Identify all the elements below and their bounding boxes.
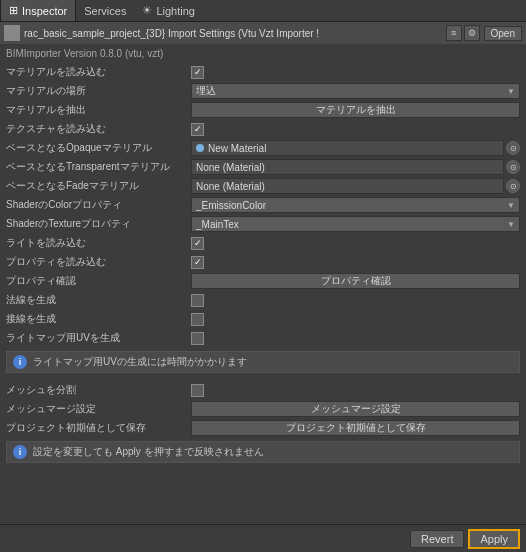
info-icon-1: i — [13, 355, 27, 369]
table-row: プロパティを読み込む — [6, 253, 520, 271]
row-label: メッシュを分割 — [6, 383, 191, 397]
row-label: プロパティ確認 — [6, 274, 191, 288]
footer-bar: Revert Apply — [0, 524, 526, 552]
checkbox[interactable] — [191, 66, 204, 79]
header-bar: rac_basic_sample_project_{3D} Import Set… — [0, 22, 526, 44]
row-value — [191, 123, 520, 136]
checkbox[interactable] — [191, 123, 204, 136]
row-value — [191, 384, 520, 397]
tab-lighting-label: Lighting — [156, 5, 195, 17]
object-dot — [196, 144, 204, 152]
dropdown[interactable]: 埋込▼ — [191, 83, 520, 99]
dropdown[interactable]: _EmissionColor▼ — [191, 197, 520, 213]
table-row: マテリアルを読み込む — [6, 63, 520, 81]
row-label: ベースとなるOpaqueマテリアル — [6, 141, 191, 155]
row-label: プロパティを読み込む — [6, 255, 191, 269]
info-icon-2: i — [13, 445, 27, 459]
checkbox[interactable] — [191, 384, 204, 397]
checkbox[interactable] — [191, 294, 204, 307]
dropdown[interactable]: _MainTex▼ — [191, 216, 520, 232]
row-label: マテリアルの場所 — [6, 84, 191, 98]
row-value: New Material⊙ — [191, 140, 520, 156]
row-value: None (Material)⊙ — [191, 159, 520, 175]
table-row: メッシュを分割 — [6, 381, 520, 399]
action-button[interactable]: メッシュマージ設定 — [191, 401, 520, 417]
action-button[interactable]: マテリアルを抽出 — [191, 102, 520, 118]
row-value — [191, 66, 520, 79]
row-value: 埋込▼ — [191, 83, 520, 99]
revert-button[interactable]: Revert — [410, 530, 464, 548]
row-label: ベースとなるTransparentマテリアル — [6, 160, 191, 174]
header-title: rac_basic_sample_project_{3D} Import Set… — [24, 28, 442, 39]
table-row: プロパティ確認プロパティ確認 — [6, 272, 520, 290]
file-icon — [4, 25, 20, 41]
table-row: 接線を生成 — [6, 310, 520, 328]
table-row: マテリアルの場所埋込▼ — [6, 82, 520, 100]
row-label: テクスチャを読み込む — [6, 122, 191, 136]
apply-button[interactable]: Apply — [468, 529, 520, 549]
rows2-section: メッシュを分割メッシュマージ設定メッシュマージ設定プロジェクト初期値として保存プ… — [6, 381, 520, 437]
object-picker-button[interactable]: ⊙ — [506, 160, 520, 174]
row-value — [191, 313, 520, 326]
row-value: _EmissionColor▼ — [191, 197, 520, 213]
open-button[interactable]: Open — [484, 26, 522, 41]
row-label: ShaderのTextureプロパティ — [6, 217, 191, 231]
tab-bar: ⊞ Inspector Services ☀ Lighting — [0, 0, 526, 22]
info1-text: ライトマップ用UVの生成には時間がかかります — [33, 355, 247, 369]
rows-section: マテリアルを読み込むマテリアルの場所埋込▼マテリアルを抽出マテリアルを抽出テクス… — [6, 63, 520, 347]
object-field: None (Material) — [191, 159, 504, 175]
lighting-icon: ☀ — [142, 4, 152, 17]
object-picker-button[interactable]: ⊙ — [506, 179, 520, 193]
header-actions: ≡ ⚙ — [446, 25, 480, 41]
info2-text: 設定を変更しても Apply を押すまで反映されません — [33, 445, 264, 459]
object-picker-button[interactable]: ⊙ — [506, 141, 520, 155]
row-label: 接線を生成 — [6, 312, 191, 326]
tab-services-label: Services — [84, 5, 126, 17]
table-row: ベースとなるFadeマテリアルNone (Material)⊙ — [6, 177, 520, 195]
inspector-icon: ⊞ — [9, 4, 18, 17]
table-row: ベースとなるOpaqueマテリアルNew Material⊙ — [6, 139, 520, 157]
checkbox[interactable] — [191, 332, 204, 345]
table-row: ShaderのTextureプロパティ_MainTex▼ — [6, 215, 520, 233]
row-value: メッシュマージ設定 — [191, 401, 520, 417]
row-value: None (Material)⊙ — [191, 178, 520, 194]
row-label: ShaderのColorプロパティ — [6, 198, 191, 212]
tab-lighting[interactable]: ☀ Lighting — [134, 0, 203, 21]
checkbox[interactable] — [191, 313, 204, 326]
row-value — [191, 256, 520, 269]
row-value: マテリアルを抽出 — [191, 102, 520, 118]
row-label: ベースとなるFadeマテリアル — [6, 179, 191, 193]
info-box-1: i ライトマップ用UVの生成には時間がかかります — [6, 351, 520, 373]
table-row: プロジェクト初期値として保存プロジェクト初期値として保存 — [6, 419, 520, 437]
table-row: ベースとなるTransparentマテリアルNone (Material)⊙ — [6, 158, 520, 176]
checkbox[interactable] — [191, 256, 204, 269]
row-value — [191, 294, 520, 307]
table-row: ShaderのColorプロパティ_EmissionColor▼ — [6, 196, 520, 214]
row-label: プロジェクト初期値として保存 — [6, 421, 191, 435]
row-value: プロジェクト初期値として保存 — [191, 420, 520, 436]
info-box-2: i 設定を変更しても Apply を押すまで反映されません — [6, 441, 520, 463]
tab-services[interactable]: Services — [76, 0, 134, 21]
table-row: マテリアルを抽出マテリアルを抽出 — [6, 101, 520, 119]
version-label: BIMImporter Version 0.8.0 (vtu, vzt) — [6, 48, 520, 59]
row-label: メッシュマージ設定 — [6, 402, 191, 416]
header-btn-1[interactable]: ≡ — [446, 25, 462, 41]
table-row: ライトマップ用UVを生成 — [6, 329, 520, 347]
row-label: ライトマップ用UVを生成 — [6, 331, 191, 345]
row-label: マテリアルを抽出 — [6, 103, 191, 117]
table-row: ライトを読み込む — [6, 234, 520, 252]
row-value — [191, 332, 520, 345]
action-button[interactable]: プロジェクト初期値として保存 — [191, 420, 520, 436]
row-value: _MainTex▼ — [191, 216, 520, 232]
table-row: 法線を生成 — [6, 291, 520, 309]
header-btn-2[interactable]: ⚙ — [464, 25, 480, 41]
row-value — [191, 237, 520, 250]
object-field: New Material — [191, 140, 504, 156]
object-field: None (Material) — [191, 178, 504, 194]
action-button[interactable]: プロパティ確認 — [191, 273, 520, 289]
content-area: BIMImporter Version 0.8.0 (vtu, vzt) マテリ… — [0, 44, 526, 524]
row-label: マテリアルを読み込む — [6, 65, 191, 79]
checkbox[interactable] — [191, 237, 204, 250]
tab-inspector[interactable]: ⊞ Inspector — [0, 0, 76, 21]
row-label: ライトを読み込む — [6, 236, 191, 250]
